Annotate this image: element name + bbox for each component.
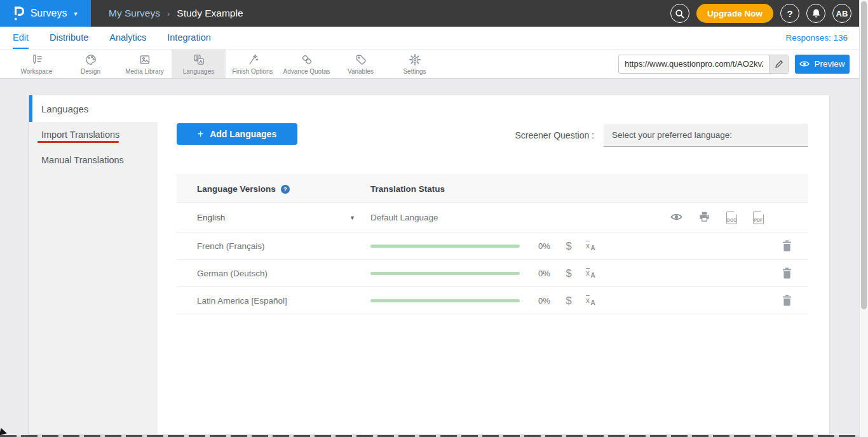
sidebar-item-label: Import Translations [41,130,119,140]
auto-translate-button[interactable] [586,295,595,306]
tool-label: Design [81,68,100,75]
sidebar-item-label: Manual Translations [41,155,124,165]
delete-language-button[interactable] [782,240,792,252]
avatar[interactable]: AB [832,4,851,23]
screener-question-select[interactable]: Select your preferred language: [604,124,808,147]
breadcrumb-my-surveys[interactable]: My Surveys [109,8,160,19]
help-icon[interactable] [281,185,290,194]
product-menu[interactable]: Surveys [0,0,91,27]
sidebar-item-import-translations[interactable]: Import Translations [29,122,158,147]
survey-url-input[interactable] [619,55,769,73]
add-languages-label: Add Languages [210,129,276,139]
auto-translate-icon [591,299,595,306]
tool-settings[interactable]: Settings [388,50,442,78]
add-languages-button[interactable]: Add Languages [177,123,297,145]
default-language-select[interactable]: English [177,213,370,222]
auto-translate-button[interactable] [586,241,595,252]
top-bar: Surveys My Surveys Study Example Upgrade… [0,0,868,27]
export-pdf-button[interactable]: PDF [753,212,764,224]
screener-question-value: Select your preferred language: [612,130,732,140]
language-name-cell: Latin America [Español] [177,295,370,306]
column-header-language-versions: Language Versions [177,184,370,194]
auto-translate-icon [591,245,595,252]
progress-percent: 0% [538,241,556,251]
tool-label: Workspace [21,68,53,75]
language-name: French (Français) [197,241,265,251]
tool-label: Variables [348,68,374,75]
tool-design[interactable]: Design [64,50,118,78]
bell-icon [811,8,821,18]
paid-translation-button[interactable] [565,267,573,279]
tab-distribute[interactable]: Distribute [50,27,88,49]
printer-icon [698,211,710,222]
tab-edit[interactable]: Edit [13,27,29,49]
tool-variables[interactable]: Variables [334,50,388,78]
tool-workspace[interactable]: Workspace [10,50,64,78]
search-button[interactable] [670,4,689,23]
tool-label: Settings [403,68,426,75]
upgrade-now-button[interactable]: Upgrade Now [696,4,773,23]
product-name: Surveys [31,8,67,19]
table-header-row: Language Versions Translation Status [177,175,808,203]
view-survey-button[interactable] [670,212,682,224]
scrollbar-thumb[interactable] [861,1,867,309]
auto-translate-icon [586,295,590,304]
sidebar-item-manual-translations[interactable]: Manual Translations [29,147,158,173]
delete-language-button[interactable] [782,267,792,279]
notifications-button[interactable] [806,4,825,23]
language-versions-table: Language Versions Translation Status Eng… [177,175,808,314]
auto-translate-icon [586,268,590,277]
breadcrumb-current: Study Example [177,8,243,19]
table-row-german: German (Deutsch) 0% [177,260,808,287]
preview-label: Preview [814,59,844,69]
progress-percent: 0% [538,296,556,306]
pencil-icon [775,60,783,69]
edit-url-button[interactable] [769,55,788,73]
delete-language-button[interactable] [782,295,792,306]
paid-translation-button[interactable] [565,295,573,307]
auto-translate-icon [591,272,595,279]
export-doc-button[interactable]: DOC [726,212,737,224]
language-name: German (Deutsch) [197,269,268,278]
translation-status-cell: 0% [370,260,808,286]
languages-subnav: Languages Import Translations Manual Tra… [29,95,158,434]
tool-label: Media Library [125,68,164,75]
chevron-down-icon [349,215,355,221]
tool-finish-options[interactable]: Finish Options [226,50,280,78]
content-header: Add Languages Screener Question : Select… [177,123,808,147]
links-icon [300,53,314,67]
preview-button[interactable]: Preview [795,55,850,74]
survey-url-group: Preview [618,55,868,74]
responses-count[interactable]: Responses: 136 [785,33,848,43]
tab-integration[interactable]: Integration [167,27,211,49]
tool-languages[interactable]: Languages [172,50,226,78]
chevron-down-icon [72,11,78,17]
trash-icon [782,295,792,306]
screener-question-group: Screener Question : Select your preferre… [515,124,808,147]
doc-file-icon: DOC [727,218,736,222]
breadcrumb-separator-icon [167,9,170,18]
trash-icon [782,267,792,279]
screener-question-label: Screener Question : [515,130,594,140]
help-button[interactable] [780,4,799,23]
translation-status-cell: 0% [370,232,808,259]
progress-percent: 0% [538,269,556,278]
survey-url-box [618,55,789,74]
workspace-icon [30,53,44,67]
paid-translation-button[interactable] [565,240,573,252]
tool-label: Finish Options [233,68,273,75]
page-scrollbar[interactable] [859,0,868,437]
questionpro-logo-icon [13,6,25,21]
tab-analytics[interactable]: Analytics [109,27,146,49]
tool-media-library[interactable]: Media Library [118,50,172,78]
image-icon [138,53,152,67]
print-button[interactable] [698,211,710,225]
auto-translate-button[interactable] [586,268,595,279]
sidebar-item-languages[interactable]: Languages [29,95,158,122]
table-row-default-language: English Default Language [177,203,808,232]
tool-label: Advance Quotas [283,68,330,75]
breadcrumb: My Surveys Study Example [109,8,243,19]
languages-content: Add Languages Screener Question : Select… [158,95,829,434]
tool-advance-quotas[interactable]: Advance Quotas [280,50,334,78]
translation-progress-bar [370,245,520,248]
